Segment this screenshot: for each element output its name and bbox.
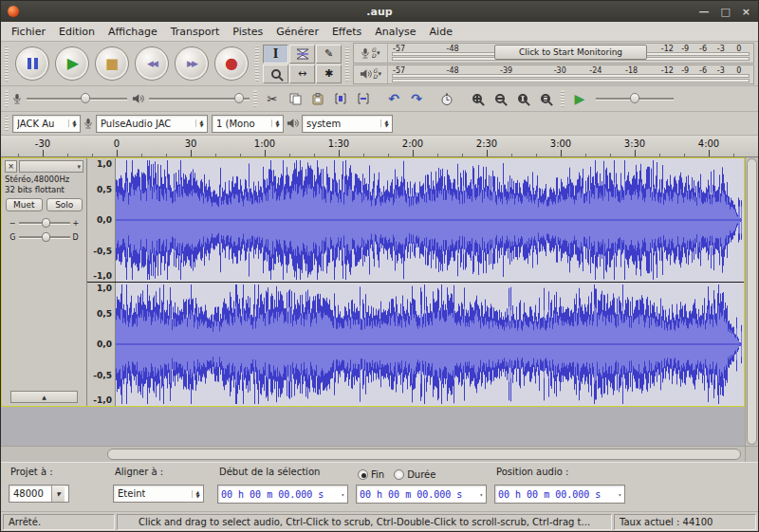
duration-radio[interactable] (394, 469, 404, 480)
timeshift-tool-icon: ↔ (298, 67, 306, 80)
recording-meter-icon-cell[interactable]: G D ▾ (354, 44, 388, 63)
end-radio-option[interactable]: Fin (358, 469, 384, 480)
menu-effets[interactable]: Effets (325, 26, 368, 38)
menu-aide[interactable]: Aide (423, 26, 459, 38)
audio-position-value: 00 h 00 m 00.000 s (498, 489, 601, 500)
fit-project-button[interactable] (534, 88, 557, 109)
selection-start-field[interactable]: 00 h 00 m 00.000 s ▾ (217, 485, 348, 504)
meter-scale-label: -3 (717, 45, 725, 53)
toolbar-grip[interactable] (561, 90, 565, 107)
undo-button[interactable]: ↶ (382, 88, 405, 109)
silence-audio-button[interactable] (352, 88, 375, 109)
slider-knob[interactable] (81, 93, 90, 103)
skip-to-start-button[interactable]: ◀◀ (135, 46, 169, 81)
recording-channels-select[interactable]: 1 (Mono ▲ ▼ (212, 115, 284, 133)
playback-volume-slider[interactable] (149, 92, 250, 105)
toolbar-grip[interactable] (5, 90, 9, 107)
play-button[interactable]: ▶ (55, 46, 89, 81)
menu-edition[interactable]: Edition (52, 26, 102, 38)
spinner-icon[interactable]: ▲ ▼ (195, 119, 203, 127)
play-at-speed-button[interactable]: ▶ (568, 88, 591, 109)
cut-button[interactable]: ✂ (261, 88, 284, 109)
zoom-tool-button[interactable] (263, 64, 288, 83)
waveform-left[interactable] (116, 158, 744, 282)
timeshift-tool-button[interactable]: ↔ (289, 64, 315, 83)
stopwatch-button[interactable] (435, 88, 458, 109)
menu-fichier[interactable]: Fichier (5, 26, 52, 38)
dropdown-button[interactable]: ▼ (51, 486, 65, 502)
start-monitoring-button[interactable]: Click to Start Monitoring (494, 45, 648, 60)
timeline-ruler[interactable]: -300301:001:302:002:303:003:304:00 (1, 136, 758, 157)
redo-button[interactable]: ↷ (405, 88, 428, 109)
gain-slider[interactable] (19, 217, 70, 229)
solo-button[interactable]: Solo (46, 198, 83, 211)
toolbar-grip[interactable] (5, 116, 9, 131)
toolbar-grip[interactable] (5, 46, 9, 82)
maximize-button[interactable]: □ (720, 7, 730, 17)
vertical-scrollbar-thumb[interactable] (747, 158, 757, 445)
recording-meter[interactable]: G D ▾ -57-48-39-30-24-18-12-9-6-30 Click… (353, 43, 754, 64)
playback-meter[interactable]: G D ▾ -57-48-39-30-24-18-12-9-6-30 (353, 64, 754, 85)
spinner-icon[interactable]: ▲ ▼ (271, 119, 279, 127)
menu-gnrer[interactable]: Générer (269, 26, 325, 38)
waveform-right[interactable] (116, 283, 744, 406)
project-rate-select[interactable]: 48000 ▼ (9, 485, 69, 503)
recording-volume-slider[interactable] (27, 92, 127, 105)
slider-knob[interactable] (630, 93, 639, 103)
mute-button[interactable]: Muet (6, 198, 43, 211)
recording-meter-body[interactable]: -57-48-39-30-24-18-12-9-6-30 Click to St… (388, 44, 753, 63)
snap-to-select[interactable]: Éteint ▲ ▼ (113, 485, 204, 503)
slider-knob[interactable] (42, 218, 50, 228)
track-collapse-button[interactable]: ▲ (10, 391, 78, 403)
spinner-icon[interactable]: ▲ ▼ (192, 490, 199, 498)
paste-button[interactable] (306, 88, 329, 109)
pan-slider[interactable] (19, 231, 70, 243)
record-button[interactable]: ● (214, 46, 249, 81)
zoom-out-button[interactable] (489, 88, 511, 109)
audio-host-select[interactable]: JACK Au ▲ ▼ (12, 115, 81, 133)
track-title-menu[interactable]: ▾ (19, 160, 83, 173)
playback-device-select[interactable]: system ▲ ▼ (302, 115, 393, 133)
menu-analyse[interactable]: Analyse (368, 26, 422, 38)
transport-toolbar: ▶ ■ ◀◀ ▶▶ ● (12, 46, 251, 81)
zoom-in-button[interactable] (466, 88, 489, 109)
close-button[interactable]: × (742, 7, 750, 17)
menu-affichage[interactable]: Affichage (102, 26, 164, 38)
playback-meter-body[interactable]: -57-48-39-30-24-18-12-9-6-30 (388, 65, 753, 84)
menu-transport[interactable]: Transport (164, 26, 227, 38)
minimize-button[interactable]: — (698, 7, 709, 17)
vertical-ruler-left[interactable]: 1,00,50,0-0,5-1,0 (87, 158, 116, 282)
horizontal-scrollbar-thumb[interactable] (107, 449, 741, 460)
envelope-tool-button[interactable] (289, 45, 315, 64)
draw-tool-button[interactable]: ✎ (316, 45, 342, 64)
track-workspace[interactable]: × ▾ Stéréo,48000Hz 32 bits flottant Muet… (1, 157, 758, 446)
playback-meter-icon-cell[interactable]: G D ▾ (354, 65, 388, 84)
slider-knob[interactable] (234, 93, 244, 103)
skip-to-end-button[interactable]: ▶▶ (175, 46, 209, 81)
spinner-icon[interactable]: ▲ ▼ (380, 119, 388, 127)
selection-tool-button[interactable]: I (263, 45, 288, 64)
vertical-scrollbar[interactable] (745, 157, 758, 446)
copy-button[interactable] (284, 88, 306, 109)
menu-pistes[interactable]: Pistes (226, 26, 269, 38)
duration-radio-option[interactable]: Durée (394, 469, 435, 480)
multi-tool-button[interactable]: ✱ (316, 64, 342, 83)
track-close-button[interactable]: × (5, 160, 17, 173)
stop-button[interactable]: ■ (95, 46, 129, 81)
horizontal-scrollbar[interactable] (1, 447, 745, 462)
audio-position-field[interactable]: 00 h 00 m 00.000 s ▾ (494, 485, 625, 504)
pause-button[interactable] (15, 46, 49, 81)
ruler-tick (43, 150, 44, 156)
vertical-ruler-right[interactable]: 1,00,50,0-0,5-1,0 (87, 283, 116, 406)
spinner-icon[interactable]: ▲ ▼ (68, 119, 76, 127)
toolbar-grip[interactable] (253, 90, 257, 107)
selection-end-field[interactable]: 00 h 00 m 00.000 s ▾ (356, 485, 487, 504)
playback-speed-slider[interactable] (596, 92, 674, 105)
recording-device-select[interactable]: PulseAudio JAC ▲ ▼ (96, 115, 208, 133)
trim-audio-button[interactable] (329, 88, 352, 109)
fit-selection-button[interactable] (511, 88, 534, 109)
end-radio[interactable] (358, 469, 368, 480)
toolbar-grip[interactable] (345, 46, 349, 82)
toolbar-grip[interactable] (255, 46, 259, 82)
slider-knob[interactable] (42, 232, 50, 242)
